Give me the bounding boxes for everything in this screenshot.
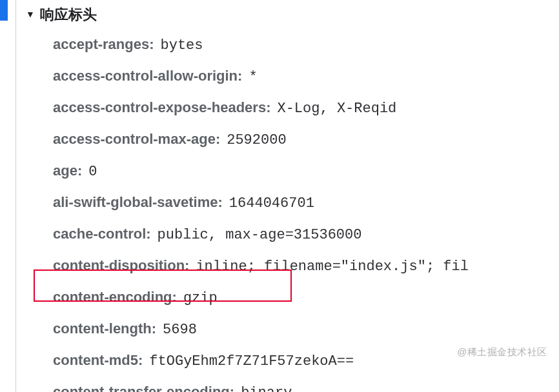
panel-divider bbox=[15, 0, 16, 392]
header-name: content-disposition: bbox=[53, 257, 189, 274]
header-value: binary bbox=[241, 385, 292, 392]
header-value: X-Log, X-Reqid bbox=[277, 101, 396, 117]
header-value: ftOGyEhm2f7Z71F57zekoA== bbox=[149, 353, 354, 369]
header-row: content-length: 5698 bbox=[53, 320, 559, 338]
header-name: content-encoding: bbox=[53, 289, 177, 306]
header-row: content-disposition: inline; filename="i… bbox=[53, 257, 559, 275]
response-headers-panel: ▼ 响应标头 accept-ranges: bytes access-contr… bbox=[26, 5, 559, 392]
header-value: * bbox=[249, 69, 257, 85]
header-name: content-md5: bbox=[53, 352, 143, 369]
expand-triangle-icon: ▼ bbox=[26, 9, 35, 19]
header-name: content-transfer-encoding: bbox=[53, 384, 234, 392]
header-row: access-control-allow-origin: * bbox=[53, 68, 559, 85]
header-value: 1644046701 bbox=[229, 195, 314, 211]
selection-indicator bbox=[0, 0, 8, 21]
header-row: access-control-max-age: 2592000 bbox=[53, 131, 559, 148]
header-row: cache-control: public, max-age=31536000 bbox=[53, 226, 559, 243]
header-name: accept-ranges: bbox=[53, 36, 154, 53]
section-title-text: 响应标头 bbox=[40, 5, 97, 24]
header-value: 0 bbox=[88, 164, 97, 180]
header-name: access-control-expose-headers: bbox=[53, 99, 270, 116]
section-toggle[interactable]: ▼ 响应标头 bbox=[26, 5, 559, 24]
watermark-text: @稀土掘金技术社区 bbox=[457, 346, 547, 358]
header-name: access-control-max-age: bbox=[53, 131, 220, 148]
header-row: access-control-expose-headers: X-Log, X-… bbox=[53, 99, 559, 117]
header-name: ali-swift-global-savetime: bbox=[53, 194, 223, 211]
header-row: content-transfer-encoding: binary bbox=[53, 384, 559, 392]
header-value: 5698 bbox=[163, 322, 197, 338]
header-value: inline; filename="index.js"; fil bbox=[196, 259, 468, 275]
header-name: cache-control: bbox=[53, 226, 151, 242]
header-name: age: bbox=[53, 162, 82, 179]
header-value: bytes bbox=[161, 37, 203, 54]
header-value: gzip bbox=[183, 290, 218, 306]
header-row: ali-swift-global-savetime: 1644046701 bbox=[53, 194, 559, 211]
header-name: access-control-allow-origin: bbox=[53, 68, 242, 84]
header-row: age: 0 bbox=[53, 162, 559, 180]
header-row: content-encoding: gzip bbox=[53, 289, 559, 306]
header-value: public, max-age=31536000 bbox=[158, 227, 362, 243]
header-value: 2592000 bbox=[227, 132, 286, 148]
header-row: accept-ranges: bytes bbox=[53, 36, 559, 54]
header-name: content-length: bbox=[53, 320, 156, 337]
